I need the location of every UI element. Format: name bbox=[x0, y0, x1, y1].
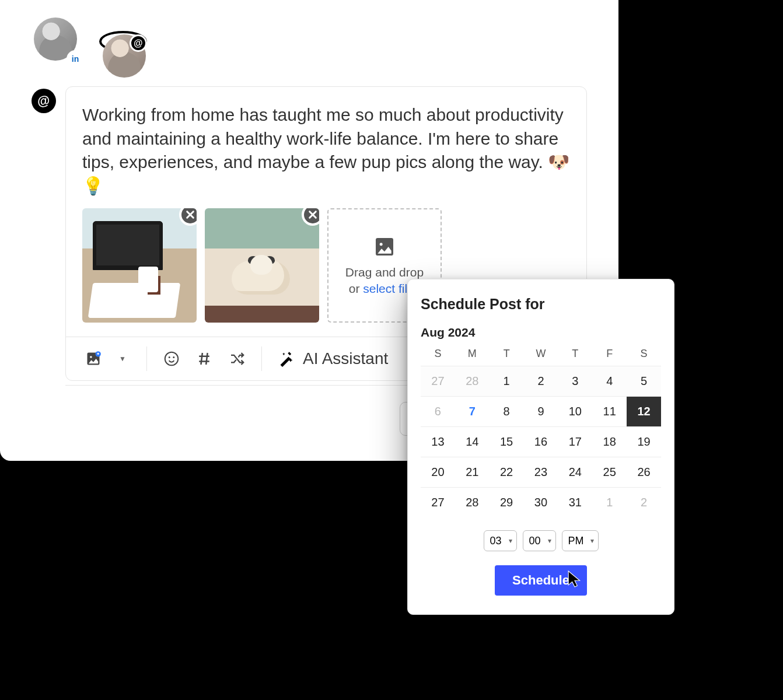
calendar-grid: SMTWTFS272812345678910111213141516171819… bbox=[421, 344, 661, 517]
calendar-day[interactable]: 12 bbox=[627, 396, 661, 426]
threads-badge-icon: @ bbox=[130, 34, 147, 52]
image-plus-icon bbox=[85, 351, 102, 367]
svg-point-1 bbox=[165, 352, 179, 366]
account-threads[interactable]: @ bbox=[99, 31, 147, 52]
calendar-dow: M bbox=[455, 344, 490, 366]
calendar-day[interactable]: 20 bbox=[421, 457, 455, 487]
calendar-day[interactable]: 18 bbox=[592, 426, 627, 457]
calendar-day[interactable]: 11 bbox=[592, 396, 627, 426]
ai-assistant-label: AI Assistant bbox=[303, 349, 388, 368]
calendar-day[interactable]: 28 bbox=[455, 366, 490, 396]
calendar-dow: F bbox=[592, 344, 627, 366]
dropzone-line1: Drag and drop bbox=[345, 265, 424, 279]
calendar-day[interactable]: 16 bbox=[524, 426, 558, 457]
calendar-day[interactable]: 6 bbox=[421, 396, 455, 426]
calendar-day[interactable]: 4 bbox=[592, 366, 627, 396]
calendar-day[interactable]: 26 bbox=[627, 457, 661, 487]
calendar-day[interactable]: 7 bbox=[455, 396, 490, 426]
account-linkedin[interactable]: in bbox=[34, 18, 82, 65]
shuffle-icon bbox=[228, 350, 246, 368]
calendar-day[interactable]: 30 bbox=[524, 487, 558, 517]
calendar-day[interactable]: 10 bbox=[558, 396, 592, 426]
magic-wand-icon bbox=[278, 351, 295, 367]
calendar-day[interactable]: 29 bbox=[490, 487, 524, 517]
minute-select[interactable]: 00 bbox=[523, 530, 556, 551]
calendar-day[interactable]: 17 bbox=[558, 426, 592, 457]
svg-point-3 bbox=[173, 356, 174, 358]
calendar-month-label: Aug 2024 bbox=[421, 326, 661, 340]
remove-attachment-1[interactable] bbox=[179, 208, 197, 226]
meridiem-select[interactable]: PM bbox=[562, 530, 599, 551]
emoji-button[interactable] bbox=[158, 345, 186, 373]
linkedin-badge-icon: in bbox=[67, 50, 84, 68]
calendar-day[interactable]: 22 bbox=[490, 457, 524, 487]
calendar-day[interactable]: 15 bbox=[490, 426, 524, 457]
calendar-day[interactable]: 21 bbox=[455, 457, 490, 487]
schedule-title: Schedule Post for bbox=[421, 296, 661, 313]
calendar-day[interactable]: 28 bbox=[455, 487, 490, 517]
svg-point-2 bbox=[169, 356, 170, 358]
calendar-day[interactable]: 2 bbox=[524, 366, 558, 396]
attachment-2[interactable] bbox=[205, 208, 319, 323]
toolbar-divider bbox=[146, 346, 147, 371]
ai-assistant-button[interactable]: AI Assistant bbox=[272, 349, 394, 368]
linkedin-badge-text: in bbox=[72, 54, 79, 64]
calendar-day[interactable]: 31 bbox=[558, 487, 592, 517]
calendar-day[interactable]: 1 bbox=[490, 366, 524, 396]
schedule-button[interactable]: Schedule bbox=[495, 565, 587, 596]
calendar-day[interactable]: 13 bbox=[421, 426, 455, 457]
attachment-1[interactable] bbox=[82, 208, 197, 323]
calendar-day[interactable]: 9 bbox=[524, 396, 558, 426]
calendar-day[interactable]: 25 bbox=[592, 457, 627, 487]
hashtag-button[interactable] bbox=[190, 345, 218, 373]
threads-platform-icon: @ bbox=[32, 89, 56, 113]
calendar-day[interactable]: 3 bbox=[558, 366, 592, 396]
chevron-down-icon: ▼ bbox=[119, 355, 126, 363]
account-avatars: in @ bbox=[34, 18, 147, 65]
image-icon bbox=[373, 235, 396, 258]
calendar-dow: S bbox=[421, 344, 455, 366]
add-image-caret[interactable]: ▼ bbox=[107, 345, 135, 373]
schedule-popover: Schedule Post for Aug 2024 SMTWTFS272812… bbox=[407, 279, 674, 615]
emoji-icon bbox=[163, 350, 180, 368]
toolbar-divider bbox=[261, 346, 262, 371]
calendar-day[interactable]: 5 bbox=[627, 366, 661, 396]
calendar-day[interactable]: 2 bbox=[627, 487, 661, 517]
calendar-day[interactable]: 23 bbox=[524, 457, 558, 487]
calendar-dow: T bbox=[490, 344, 524, 366]
calendar-day[interactable]: 27 bbox=[421, 366, 455, 396]
hashtag-icon bbox=[195, 350, 213, 368]
calendar-day[interactable]: 24 bbox=[558, 457, 592, 487]
shuffle-button[interactable] bbox=[223, 345, 251, 373]
calendar-day[interactable]: 1 bbox=[592, 487, 627, 517]
threads-badge-text: @ bbox=[133, 37, 144, 49]
calendar-day[interactable]: 19 bbox=[627, 426, 661, 457]
calendar-dow: S bbox=[627, 344, 661, 366]
composer-text[interactable]: Working from home has taught me so much … bbox=[66, 87, 586, 208]
calendar-dow: W bbox=[524, 344, 558, 366]
time-row: 03 00 PM bbox=[421, 530, 661, 551]
calendar-day[interactable]: 8 bbox=[490, 396, 524, 426]
calendar-dow: T bbox=[558, 344, 592, 366]
hour-select[interactable]: 03 bbox=[484, 530, 517, 551]
add-image-button[interactable] bbox=[79, 345, 107, 373]
remove-attachment-2[interactable] bbox=[302, 208, 319, 226]
calendar-day[interactable]: 27 bbox=[421, 487, 455, 517]
calendar-day[interactable]: 14 bbox=[455, 426, 490, 457]
